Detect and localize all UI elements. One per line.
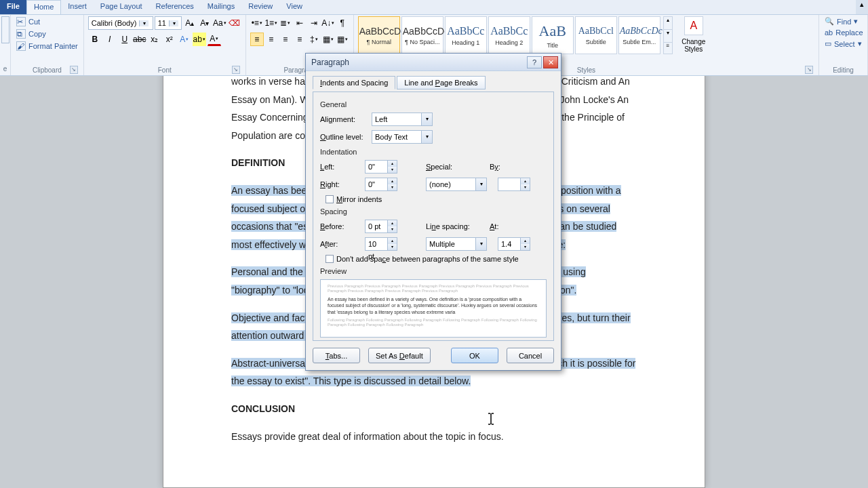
decrease-indent-icon[interactable]: ⇤: [293, 16, 307, 30]
dialog-launcher-icon[interactable]: ↘: [70, 66, 78, 74]
grow-font-icon[interactable]: A▴: [183, 16, 197, 30]
tab-review[interactable]: Review: [241, 0, 279, 14]
set-default-button[interactable]: Set As Default: [368, 348, 431, 363]
chevron-down-icon[interactable]: ▾: [421, 113, 432, 125]
indent-right-label: Right:: [320, 180, 361, 188]
numbering-icon[interactable]: 1≡: [264, 16, 278, 30]
by-indent-spinner[interactable]: ▴▾: [498, 178, 530, 191]
align-right-icon[interactable]: ≡: [279, 33, 292, 46]
after-label: After:: [320, 240, 361, 248]
tab-view[interactable]: View: [279, 0, 309, 14]
cancel-button[interactable]: Cancel: [507, 348, 554, 363]
alignment-combo[interactable]: Left▾: [372, 113, 433, 126]
styles-scroll[interactable]: ▴ ▾ ≡: [663, 16, 673, 54]
outline-combo[interactable]: Body Text▾: [372, 130, 433, 144]
section-indentation: Indentation: [320, 148, 547, 156]
tabs-button[interactable]: Tabs...: [313, 348, 360, 363]
dialog-titlebar[interactable]: Paragraph ? ✕: [306, 54, 561, 71]
before-spinner[interactable]: 0 pt▴▾: [365, 220, 397, 233]
change-styles-icon: A: [684, 16, 703, 35]
minimize-ribbon-icon[interactable]: ▴: [856, 0, 868, 14]
format-painter-button[interactable]: 🖌Format Painter: [15, 41, 79, 52]
justify-icon[interactable]: ≡: [293, 33, 307, 46]
clear-formatting-icon[interactable]: ⌫: [228, 16, 241, 30]
tab-page-layout[interactable]: Page Layout: [94, 0, 149, 14]
style-subtle-em[interactable]: AaBbCcDcSubtle Em...: [618, 16, 660, 54]
subscript-icon[interactable]: x₂: [148, 33, 161, 46]
chevron-down-icon[interactable]: ▾: [139, 20, 149, 26]
dont-add-space-checkbox[interactable]: Don't add space between paragraphs of th…: [326, 255, 547, 263]
mirror-indents-checkbox[interactable]: Mirror indents: [326, 195, 547, 203]
superscript-icon[interactable]: x²: [163, 33, 176, 46]
font-size-combo[interactable]: 11▾: [155, 16, 182, 30]
paste-icon[interactable]: [1, 16, 9, 43]
scissors-icon: ✂: [16, 17, 26, 26]
font-name-combo[interactable]: Calibri (Body)▾: [88, 16, 153, 30]
chevron-down-icon[interactable]: ▾: [475, 178, 486, 190]
font-color-icon[interactable]: A: [208, 33, 221, 46]
multilevel-icon[interactable]: ≣: [279, 16, 292, 30]
help-icon[interactable]: ?: [527, 56, 542, 68]
increase-indent-icon[interactable]: ⇥: [307, 16, 321, 30]
group-label-editing: Editing: [823, 66, 863, 75]
borders-icon[interactable]: ▦: [336, 33, 349, 46]
find-button[interactable]: 🔍Find ▾: [823, 16, 865, 26]
italic-icon[interactable]: I: [103, 33, 117, 46]
select-button[interactable]: ▭Select ▾: [823, 39, 865, 49]
alignment-label: Alignment:: [320, 115, 368, 123]
tab-file[interactable]: File: [0, 0, 26, 14]
style-subtitle[interactable]: AaBbCclSubtitle: [575, 16, 617, 54]
pilcrow-icon[interactable]: ¶: [336, 16, 349, 30]
styles-gallery[interactable]: AaBbCcDc¶ Normal AaBbCcDc¶ No Spaci... A…: [358, 16, 660, 54]
align-left-icon[interactable]: ≡: [250, 33, 264, 46]
align-center-icon[interactable]: ≡: [264, 33, 278, 46]
tab-insert[interactable]: Insert: [61, 0, 94, 14]
special-combo[interactable]: (none)▾: [426, 178, 487, 191]
chevron-down-icon[interactable]: ▾: [421, 131, 432, 143]
cut-button[interactable]: ✂Cut: [15, 16, 79, 27]
paragraph-dialog: Paragraph ? ✕ Indents and Spacing Line a…: [305, 53, 561, 371]
style-heading1[interactable]: AaBbCcHeading 1: [445, 16, 487, 54]
underline-icon[interactable]: U: [118, 33, 132, 46]
style-no-spacing[interactable]: AaBbCcDc¶ No Spaci...: [401, 16, 443, 54]
line-spacing-icon[interactable]: ‡: [307, 33, 321, 46]
strikethrough-icon[interactable]: abc: [133, 33, 146, 46]
group-label-font: Font↘: [88, 66, 241, 75]
after-spinner[interactable]: 10 pt▴▾: [365, 237, 397, 251]
style-heading2[interactable]: AaBbCcHeading 2: [488, 16, 530, 54]
find-icon: 🔍: [825, 17, 834, 26]
highlight-icon[interactable]: ab: [193, 33, 206, 46]
tab-mailings[interactable]: Mailings: [201, 0, 241, 14]
change-case-icon[interactable]: Aa: [213, 16, 226, 30]
replace-button[interactable]: abReplace: [823, 28, 865, 37]
replace-icon: ab: [825, 28, 833, 37]
tab-line-page-breaks[interactable]: Line and Page Breaks: [397, 76, 485, 89]
tab-indents-spacing[interactable]: Indents and Spacing: [313, 76, 395, 89]
text-effects-icon[interactable]: A: [178, 33, 191, 46]
at-spinner[interactable]: 1.4▴▾: [498, 237, 530, 251]
bullets-icon[interactable]: •≡: [250, 16, 264, 30]
special-label: Special:: [426, 163, 467, 171]
shrink-font-icon[interactable]: A▾: [198, 16, 212, 30]
tab-references[interactable]: References: [149, 0, 201, 14]
paintbrush-icon: 🖌: [16, 41, 26, 51]
indent-right-spinner[interactable]: 0"▴▾: [365, 178, 397, 191]
style-normal[interactable]: AaBbCcDc¶ Normal: [358, 16, 400, 54]
close-icon[interactable]: ✕: [543, 56, 558, 68]
tab-home[interactable]: Home: [26, 0, 61, 14]
indent-left-spinner[interactable]: 0"▴▾: [365, 160, 397, 174]
bold-icon[interactable]: B: [88, 33, 102, 46]
group-label-clipboard: Clipboard↘: [15, 66, 79, 75]
sort-icon[interactable]: A↓: [321, 16, 335, 30]
shading-icon[interactable]: ▦: [321, 33, 335, 46]
line-spacing-combo[interactable]: Multiple▾: [426, 237, 487, 251]
dialog-launcher-icon[interactable]: ↘: [805, 66, 813, 74]
chevron-down-icon[interactable]: ▾: [169, 20, 178, 26]
chevron-down-icon[interactable]: ▾: [475, 238, 486, 250]
change-styles-button[interactable]: A Change Styles: [677, 16, 711, 53]
ok-button[interactable]: OK: [451, 348, 498, 363]
dialog-launcher-icon[interactable]: ↘: [232, 66, 240, 74]
style-title[interactable]: AaBTitle: [532, 16, 574, 54]
before-label: Before:: [320, 222, 361, 230]
copy-button[interactable]: ⧉Copy: [15, 28, 79, 39]
